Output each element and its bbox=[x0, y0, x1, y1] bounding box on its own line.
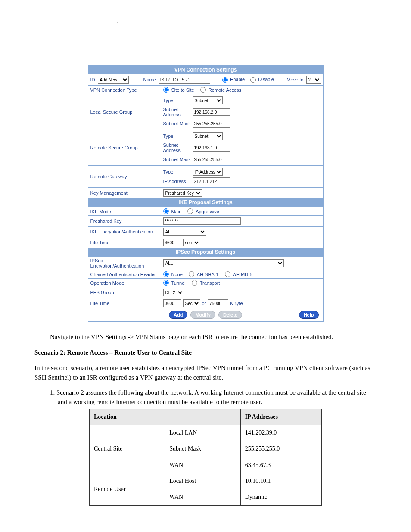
td-lan: Local LAN bbox=[165, 425, 240, 441]
remote-mask-label: Subnet Mask bbox=[163, 156, 193, 163]
remote-addr-input[interactable] bbox=[193, 144, 230, 152]
local-type-select[interactable]: Subnet bbox=[193, 96, 223, 104]
ike-main-label: Main bbox=[171, 209, 182, 214]
remote-type-select[interactable]: Subnet bbox=[193, 132, 223, 140]
td-wan-ip: 63.45.67.3 bbox=[240, 457, 321, 473]
document-body: Navigate to the VPN Settings -> VPN Stat… bbox=[34, 333, 377, 505]
gw-ip-input[interactable] bbox=[193, 177, 230, 185]
table-header-row: Location IP Addresses bbox=[90, 409, 322, 425]
table-row: Central Site Local LAN 141.202.39.0 bbox=[90, 425, 322, 441]
remote-mask-input[interactable] bbox=[193, 156, 230, 163]
ipsec-enc-select[interactable]: ALL bbox=[163, 259, 284, 267]
local-mask-label: Subnet Mask bbox=[163, 120, 193, 127]
delete-button[interactable]: Delete bbox=[218, 311, 242, 319]
remote-type-label: Type bbox=[163, 133, 193, 140]
local-secure-label: Local Secure Group bbox=[88, 94, 161, 130]
pfs-select[interactable]: DH-2 bbox=[163, 289, 184, 296]
ipsec-life-kb[interactable] bbox=[208, 299, 228, 307]
ah-md5-radio[interactable] bbox=[225, 271, 230, 277]
th-location: Location bbox=[90, 409, 241, 425]
ike-life-label: Life Time bbox=[88, 237, 161, 248]
ike-mode-label: IKE Mode bbox=[88, 207, 161, 215]
local-type-label: Type bbox=[163, 97, 193, 104]
local-addr-input[interactable] bbox=[193, 108, 230, 116]
kbyte-label: KByte bbox=[230, 301, 243, 306]
ipsec-life-sec[interactable] bbox=[163, 299, 181, 307]
ipsec-section-title: IPSec Proposal Settings bbox=[88, 248, 323, 256]
ah-label: Chained Authentication Header bbox=[88, 270, 161, 278]
ike-enc-label: IKE Encryption/Authentication bbox=[88, 227, 161, 237]
vpn-settings-panel: VPN Connection Settings ID Add New Name … bbox=[88, 65, 324, 322]
td-mask-val: 255.255.255.0 bbox=[240, 441, 321, 457]
name-input[interactable] bbox=[159, 76, 210, 84]
enable-label: Enable bbox=[230, 77, 245, 82]
ike-life-input[interactable] bbox=[163, 239, 181, 246]
modify-button[interactable]: Modify bbox=[190, 311, 215, 319]
conn-type-label: VPN Connection Type bbox=[88, 86, 161, 94]
name-label: Name bbox=[143, 77, 156, 82]
remote-access-radio[interactable] bbox=[200, 87, 206, 93]
enable-radio[interactable] bbox=[222, 77, 228, 83]
td-remote: Remote User bbox=[90, 473, 165, 506]
ike-life-unit[interactable]: sec bbox=[183, 239, 200, 246]
td-central: Central Site bbox=[90, 425, 165, 473]
td-host-ip: 10.10.10.1 bbox=[240, 473, 321, 489]
pfs-label: PFS Group bbox=[88, 287, 161, 298]
td-rwan: WAN bbox=[165, 489, 240, 505]
ip-table: Location IP Addresses Central Site Local… bbox=[89, 409, 322, 506]
id-select[interactable]: Add New bbox=[98, 76, 129, 84]
ah-none-label: None bbox=[171, 272, 183, 277]
header-rule bbox=[34, 28, 377, 28]
p-navigate: Navigate to the VPN Settings -> VPN Stat… bbox=[50, 333, 377, 342]
opmode-label: Operation Mode bbox=[88, 279, 161, 287]
td-wan: WAN bbox=[165, 457, 240, 473]
gw-ip-label: IP Address bbox=[163, 178, 193, 185]
disable-label: Disable bbox=[258, 77, 274, 82]
keymgmt-select[interactable]: Preshared Key bbox=[163, 189, 202, 197]
transport-label: Transport bbox=[200, 280, 220, 286]
ike-enc-select[interactable]: ALL bbox=[163, 228, 206, 236]
disable-radio[interactable] bbox=[250, 77, 256, 83]
moveto-select[interactable]: 2 bbox=[306, 76, 321, 84]
th-ip: IP Addresses bbox=[240, 409, 321, 425]
stray-comma: , bbox=[116, 18, 118, 24]
site-to-site-label: Site to Site bbox=[171, 87, 194, 93]
add-button[interactable]: Add bbox=[169, 311, 187, 319]
remote-addr-label: Subnet Address bbox=[163, 142, 193, 154]
vpn-section-title: VPN Connection Settings bbox=[88, 65, 323, 74]
ike-aggr-radio[interactable] bbox=[187, 208, 193, 214]
moveto-label: Move to bbox=[286, 77, 303, 82]
transport-radio[interactable] bbox=[192, 280, 197, 286]
vpn-top-row: ID Add New Name Enable Disable Move to 2 bbox=[88, 74, 323, 85]
ike-main-radio[interactable] bbox=[163, 208, 169, 214]
local-addr-label: Subnet Address bbox=[163, 106, 193, 118]
site-to-site-radio[interactable] bbox=[163, 87, 169, 93]
ipsec-life-unit[interactable]: Sec bbox=[183, 299, 200, 307]
scenario2-intro: In the second scenario, a remote user es… bbox=[34, 364, 377, 383]
ah-md5-label: AH MD-5 bbox=[233, 272, 252, 277]
ike-section-title: IKE Proposal Settings bbox=[88, 198, 323, 207]
tunnel-radio[interactable] bbox=[163, 280, 169, 286]
remote-gw-label: Remote Gateway bbox=[88, 166, 161, 187]
psk-input[interactable] bbox=[163, 217, 241, 225]
td-host: Local Host bbox=[165, 473, 240, 489]
keymgmt-label: Key Management bbox=[88, 188, 161, 198]
help-button[interactable]: Help bbox=[299, 311, 319, 319]
gw-type-select[interactable]: IP Address bbox=[193, 168, 223, 176]
button-row: Add Modify Delete Help bbox=[88, 308, 323, 321]
local-mask-input[interactable] bbox=[193, 120, 230, 128]
ah-sha-radio[interactable] bbox=[189, 271, 194, 277]
td-rwan-ip: Dynamic bbox=[240, 489, 321, 505]
psk-label: Preshared Key bbox=[88, 216, 161, 226]
ipsec-enc-label: IPSec Encryption/Authentication bbox=[88, 257, 161, 270]
gw-type-label: Type bbox=[163, 168, 193, 175]
scenario2-step1: 1. Scenario 2 assumes the following abou… bbox=[42, 388, 377, 407]
ah-sha-label: AH SHA-1 bbox=[197, 272, 219, 277]
ah-none-radio[interactable] bbox=[163, 271, 169, 277]
scenario2-heading: Scenario 2: Remote Access – Remote User … bbox=[34, 348, 377, 358]
remote-secure-label: Remote Secure Group bbox=[88, 130, 161, 165]
ipsec-life-label: Life Time bbox=[88, 298, 161, 308]
table-row: Remote User Local Host 10.10.10.1 bbox=[90, 473, 322, 489]
tunnel-label: Tunnel bbox=[171, 280, 186, 286]
td-mask: Subnet Mask bbox=[165, 441, 240, 457]
